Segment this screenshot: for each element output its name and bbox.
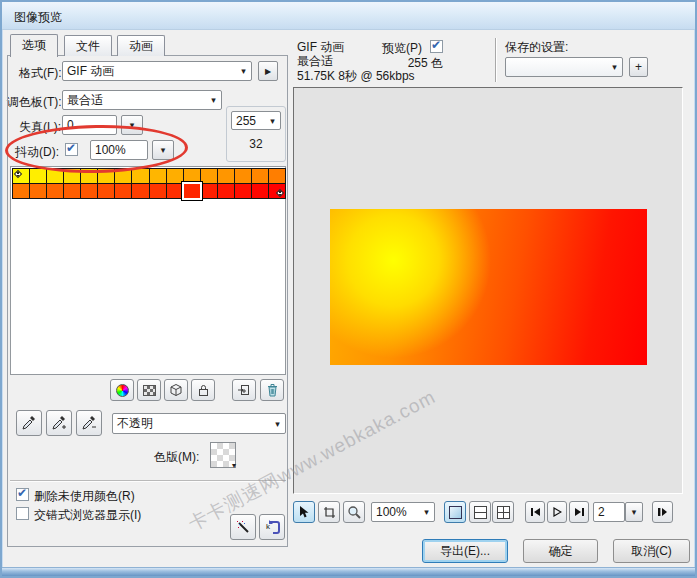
saved-settings-select[interactable]: ▾ xyxy=(505,57,623,77)
zoom-level-value: 100% xyxy=(372,505,419,519)
chevron-down-icon: ▾ xyxy=(419,507,434,517)
tab-options[interactable]: 选项 xyxy=(10,34,58,57)
window-bottom-frame xyxy=(2,567,695,576)
tab-file[interactable]: 文件 xyxy=(64,35,112,56)
next-frame-icon xyxy=(574,507,585,517)
plus-icon: + xyxy=(635,60,642,74)
preview-checkbox[interactable]: ✔ xyxy=(430,40,443,53)
first-frame-button[interactable] xyxy=(525,501,545,523)
frame-number-input[interactable]: 2 xyxy=(593,502,625,522)
zoom-level-select[interactable]: 100% ▾ xyxy=(371,502,435,522)
two-window-icon xyxy=(474,506,487,519)
preview-2up-button[interactable] xyxy=(469,501,491,523)
dialog-title: 图像预览 xyxy=(14,9,62,26)
step-forward-icon xyxy=(657,507,668,517)
crop-tool-button[interactable] xyxy=(318,501,340,523)
preview-1up-button[interactable] xyxy=(444,501,466,523)
tab-animation[interactable]: 动画 xyxy=(117,35,165,56)
next-frame-button[interactable] xyxy=(569,501,589,523)
options-panel-frame xyxy=(7,55,288,547)
palette-swatch[interactable] xyxy=(184,184,200,198)
export-button[interactable]: 导出(E)... xyxy=(422,539,508,563)
play-icon xyxy=(552,507,562,517)
chevron-down-icon: ▾ xyxy=(607,62,622,72)
preview-image[interactable] xyxy=(330,209,647,365)
image-preview-dialog: 图像预览 选项 文件 动画 格式(F): GIF 动画 ▾ ▶ 调色板(T): … xyxy=(0,0,697,578)
pointer-icon xyxy=(298,505,310,519)
one-window-icon xyxy=(449,506,462,519)
crop-icon xyxy=(323,506,336,519)
frame-number-value: 2 xyxy=(594,505,624,519)
zoom-tool-button[interactable] xyxy=(343,501,365,523)
pointer-tool-button[interactable] xyxy=(293,501,315,523)
play-button[interactable] xyxy=(547,501,567,523)
first-frame-icon xyxy=(530,507,541,517)
preview-4up-button[interactable] xyxy=(492,501,514,523)
save-settings-button[interactable]: + xyxy=(629,57,648,77)
four-window-icon xyxy=(497,506,510,519)
preview-canvas[interactable] xyxy=(293,87,683,494)
check-icon: ✔ xyxy=(431,38,441,52)
titlebar[interactable]: 图像预览 xyxy=(2,2,695,30)
header-divider xyxy=(495,38,496,82)
ok-button[interactable]: 确定 xyxy=(523,539,598,563)
magnifier-icon xyxy=(347,505,361,519)
cancel-button[interactable]: 取消(C) xyxy=(613,539,690,563)
saved-settings-label: 保存的设置: xyxy=(505,39,568,56)
chevron-down-icon: ▾ xyxy=(632,507,637,517)
step-forward-button[interactable] xyxy=(652,501,673,523)
frame-number-dropdown[interactable]: ▾ xyxy=(625,502,643,522)
preview-colors-text: 255 色 xyxy=(396,55,443,72)
